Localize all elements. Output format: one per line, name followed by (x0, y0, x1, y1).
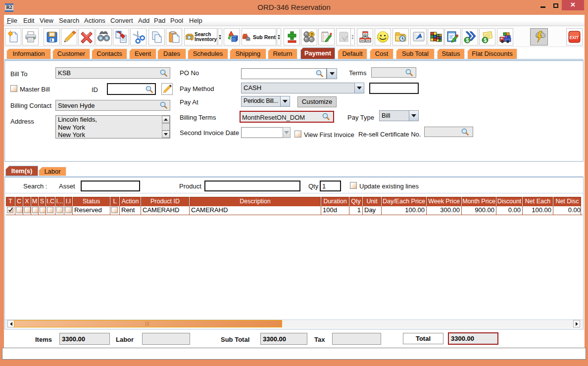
svg-text:$: $ (466, 37, 469, 43)
svg-text:$: $ (484, 37, 487, 43)
svg-text:EXIT: EXIT (569, 35, 579, 40)
svg-text:?: ? (310, 32, 313, 37)
